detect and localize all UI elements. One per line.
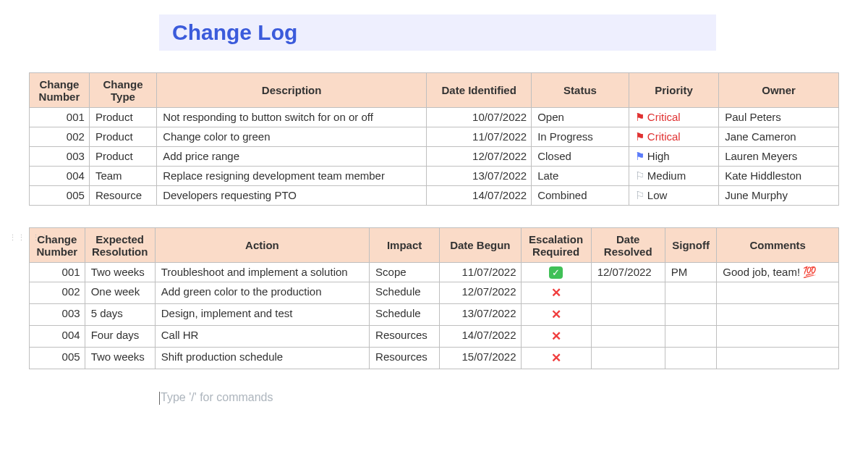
cell-escalation: ✕ <box>521 304 591 326</box>
table-row[interactable]: 001ProductNot responding to button switc… <box>30 108 839 127</box>
drag-handle-icon[interactable]: ⋮⋮ ⋮⋮ <box>9 233 49 243</box>
cell-change-number: 003 <box>30 147 90 167</box>
slash-command-line[interactable]: Type '/' for commands <box>159 391 839 405</box>
table-row[interactable]: 005ResourceDevelopers requesting PTO14/0… <box>30 186 839 206</box>
cell-date-resolved <box>591 348 665 369</box>
col-date-identified: Date Identified <box>427 73 532 108</box>
table-row[interactable]: 005Two weeksShift production scheduleRes… <box>30 348 839 369</box>
cell-change-number: 004 <box>30 167 90 186</box>
table-row[interactable]: 004Four daysCall HRResources14/07/2022✕ <box>30 326 839 348</box>
cell-status: Closed <box>532 147 629 167</box>
slash-placeholder: Type '/' for commands <box>161 391 273 403</box>
cell-change-type: Product <box>89 147 156 167</box>
col-description: Description <box>157 73 427 108</box>
cell-date-begun: 13/07/2022 <box>440 304 521 326</box>
cell-action: Design, implement and test <box>155 304 369 326</box>
cell-date-identified: 11/07/2022 <box>427 127 532 147</box>
cross-icon: ✕ <box>551 351 561 365</box>
col-owner: Owner <box>719 73 839 108</box>
cell-owner: Jane Cameron <box>719 127 839 147</box>
cell-expected-resolution: 5 days <box>85 304 155 326</box>
cell-priority: ⚐Medium <box>629 167 718 186</box>
cross-icon: ✕ <box>551 286 561 300</box>
cell-signoff: PM <box>665 263 717 282</box>
cell-owner: Paul Peters <box>719 108 839 127</box>
text-caret <box>159 392 160 405</box>
cell-owner: Lauren Meyers <box>719 147 839 167</box>
cell-signoff <box>665 282 717 304</box>
cell-date-resolved <box>591 282 665 304</box>
cell-change-number: 001 <box>30 108 90 127</box>
cell-action: Shift production schedule <box>155 348 369 369</box>
cell-date-resolved <box>591 326 665 348</box>
cell-impact: Scope <box>370 263 440 282</box>
cell-date-identified: 12/07/2022 <box>427 147 532 167</box>
check-icon: ✓ <box>549 266 563 279</box>
page-title: Change Log <box>172 20 297 44</box>
table-row[interactable]: 002One weekAdd green color to the produc… <box>30 282 839 304</box>
flag-icon: ⚑ <box>635 130 644 143</box>
flag-icon: ⚑ <box>635 150 644 162</box>
cell-date-begun: 15/07/2022 <box>440 348 521 369</box>
cell-change-type: Resource <box>89 186 156 206</box>
col-impact: Impact <box>370 228 440 263</box>
cell-change-number: 002 <box>30 127 90 147</box>
cell-comments <box>717 304 839 326</box>
cell-comments <box>717 282 839 304</box>
cell-status: Combined <box>532 186 629 206</box>
cell-date-begun: 14/07/2022 <box>440 326 521 348</box>
cell-signoff <box>665 348 717 369</box>
cell-priority: ⚑Critical <box>629 127 718 147</box>
cell-escalation: ✕ <box>521 348 591 369</box>
cell-status: In Progress <box>532 127 629 147</box>
cell-date-begun: 12/07/2022 <box>440 282 521 304</box>
cell-date-identified: 10/07/2022 <box>427 108 532 127</box>
cell-escalation: ✓ <box>521 263 591 282</box>
table-header-row: Change Number Change Type Description Da… <box>30 73 839 108</box>
cell-expected-resolution: Two weeks <box>85 348 155 369</box>
table-row[interactable]: 003ProductAdd price range12/07/2022Close… <box>30 147 839 167</box>
cell-impact: Schedule <box>370 282 440 304</box>
change-log-table-1: Change Number Change Type Description Da… <box>29 72 839 206</box>
cell-signoff <box>665 304 717 326</box>
cell-change-type: Product <box>89 127 156 147</box>
col-date-resolved: Date Resolved <box>591 228 665 263</box>
cell-impact: Resources <box>370 348 440 369</box>
change-log-table-2: Change Number Expected Resolution Action… <box>29 227 839 369</box>
cell-change-number: 005 <box>30 348 85 369</box>
cell-priority: ⚐Low <box>629 186 718 206</box>
col-date-begun: Date Begun <box>440 228 521 263</box>
table-header-row: Change Number Expected Resolution Action… <box>30 228 839 263</box>
cell-action: Troubleshoot and implement a solution <box>155 263 369 282</box>
cell-description: Not responding to button switch for on o… <box>157 108 427 127</box>
cell-signoff <box>665 326 717 348</box>
cell-change-number: 005 <box>30 186 90 206</box>
cell-change-number: 003 <box>30 304 85 326</box>
col-comments: Comments <box>717 228 839 263</box>
cross-icon: ✕ <box>551 308 561 321</box>
table-row[interactable]: 002ProductChange color to green11/07/202… <box>30 127 839 147</box>
cell-date-begun: 11/07/2022 <box>440 263 521 282</box>
cell-status: Late <box>532 167 629 186</box>
cell-owner: Kate Hiddleston <box>719 167 839 186</box>
cell-description: Replace resigning development team membe… <box>157 167 427 186</box>
cell-change-number: 002 <box>30 282 85 304</box>
flag-icon: ⚑ <box>635 111 644 123</box>
col-change-type: Change Type <box>89 73 156 108</box>
table-row[interactable]: 001Two weeksTroubleshoot and implement a… <box>30 263 839 282</box>
cell-date-identified: 13/07/2022 <box>427 167 532 186</box>
flag-icon: ⚐ <box>635 189 644 201</box>
col-priority: Priority <box>629 73 718 108</box>
col-status: Status <box>532 73 629 108</box>
cell-change-type: Team <box>89 167 156 186</box>
cell-escalation: ✕ <box>521 282 591 304</box>
cell-change-type: Product <box>89 108 156 127</box>
cell-status: Open <box>532 108 629 127</box>
table-row[interactable]: 004TeamReplace resigning development tea… <box>30 167 839 186</box>
cell-escalation: ✕ <box>521 326 591 348</box>
cell-owner: June Murphy <box>719 186 839 206</box>
cell-description: Developers requesting PTO <box>157 186 427 206</box>
cell-priority: ⚑Critical <box>629 108 718 127</box>
table-row[interactable]: 0035 daysDesign, implement and testSched… <box>30 304 839 326</box>
flag-icon: ⚐ <box>635 169 644 182</box>
